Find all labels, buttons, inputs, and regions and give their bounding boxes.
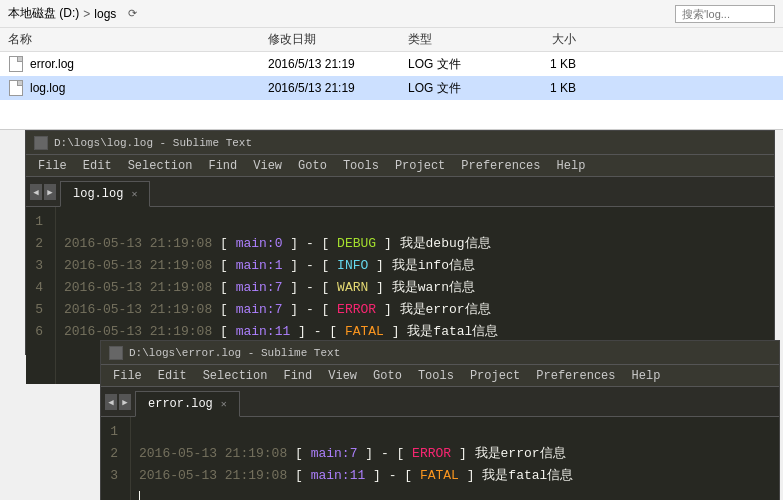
menubar-2: File Edit Selection Find View Goto Tools… [101, 365, 779, 387]
file-row-error[interactable]: error.log 2016/5/13 21:19 LOG 文件 1 KB [0, 52, 783, 76]
menu-edit-1[interactable]: Edit [75, 157, 120, 175]
tab-prev-2[interactable]: ◀ [105, 394, 117, 410]
menu-preferences-2[interactable]: Preferences [528, 367, 623, 385]
tab-bar-1: ◀ ▶ log.log ✕ [26, 177, 774, 207]
explorer-column-header: 名称 修改日期 类型 大小 [0, 28, 783, 52]
window-icon-1 [34, 136, 48, 150]
line-numbers-1: 1 2 3 4 5 6 [26, 207, 56, 384]
window-title-1: D:\logs\log.log - Sublime Text [54, 137, 252, 149]
sublime-window-1: D:\logs\log.log - Sublime Text File Edit… [25, 130, 775, 355]
code-lines-2[interactable]: 2016-05-13 21:19:08 [ main:7 ] - [ ERROR… [131, 417, 779, 500]
tab-close-1[interactable]: ✕ [131, 188, 137, 200]
file-explorer: 本地磁盘 (D:) > logs ⟳ 名称 修改日期 类型 大小 error.l… [0, 0, 783, 130]
file-icon-log [8, 80, 24, 96]
menu-find-1[interactable]: Find [200, 157, 245, 175]
tab-next-2[interactable]: ▶ [119, 394, 131, 410]
breadcrumb-sep: > [83, 7, 90, 21]
titlebar-1: D:\logs\log.log - Sublime Text [26, 131, 774, 155]
window-title-2: D:\logs\error.log - Sublime Text [129, 347, 340, 359]
menu-goto-2[interactable]: Goto [365, 367, 410, 385]
menu-project-2[interactable]: Project [462, 367, 528, 385]
breadcrumb: 本地磁盘 (D:) > logs ⟳ [0, 0, 783, 28]
titlebar-2: D:\logs\error.log - Sublime Text [101, 341, 779, 365]
menu-find-2[interactable]: Find [275, 367, 320, 385]
tab-errorlog[interactable]: error.log ✕ [135, 391, 240, 417]
col-header-size: 大小 [508, 31, 588, 48]
col-header-type: 类型 [408, 31, 508, 48]
tabs-container-2: error.log ✕ [101, 387, 779, 417]
file-size-log: 1 KB [508, 81, 588, 95]
line-numbers-2: 1 2 3 [101, 417, 131, 500]
refresh-icon[interactable]: ⟳ [128, 7, 137, 20]
col-header-date: 修改日期 [268, 31, 408, 48]
file-date-error: 2016/5/13 21:19 [268, 57, 408, 71]
menu-tools-1[interactable]: Tools [335, 157, 387, 175]
file-date-log: 2016/5/13 21:19 [268, 81, 408, 95]
editor-area-2[interactable]: 1 2 3 2016-05-13 21:19:08 [ main:7 ] - [… [101, 417, 779, 500]
menu-project-1[interactable]: Project [387, 157, 453, 175]
file-row-log[interactable]: log.log 2016/5/13 21:19 LOG 文件 1 KB [0, 76, 783, 100]
breadcrumb-part: 本地磁盘 (D:) [8, 5, 79, 22]
menu-selection-1[interactable]: Selection [120, 157, 201, 175]
menu-help-2[interactable]: Help [624, 367, 669, 385]
log-file-icon [9, 56, 23, 72]
tab-prev-1[interactable]: ◀ [30, 184, 42, 200]
code-content-2: 1 2 3 2016-05-13 21:19:08 [ main:7 ] - [… [101, 417, 779, 500]
menu-goto-1[interactable]: Goto [290, 157, 335, 175]
menu-selection-2[interactable]: Selection [195, 367, 276, 385]
menu-edit-2[interactable]: Edit [150, 367, 195, 385]
file-size-error: 1 KB [508, 57, 588, 71]
menu-view-1[interactable]: View [245, 157, 290, 175]
search-input[interactable] [675, 5, 775, 23]
log-file-icon-2 [9, 80, 23, 96]
window-icon-2 [109, 346, 123, 360]
menu-file-2[interactable]: File [105, 367, 150, 385]
tabs-container-1: log.log ✕ [26, 177, 774, 207]
menu-file-1[interactable]: File [30, 157, 75, 175]
sublime-window-2: D:\logs\error.log - Sublime Text File Ed… [100, 340, 780, 500]
menubar-1: File Edit Selection Find View Goto Tools… [26, 155, 774, 177]
tab-loglog[interactable]: log.log ✕ [60, 181, 150, 207]
tab-close-2[interactable]: ✕ [221, 398, 227, 410]
breadcrumb-part-logs: logs [94, 7, 116, 21]
file-type-log: LOG 文件 [408, 80, 508, 97]
file-name-error: error.log [8, 56, 268, 72]
file-type-error: LOG 文件 [408, 56, 508, 73]
menu-tools-2[interactable]: Tools [410, 367, 462, 385]
tab-bar-2: ◀ ▶ error.log ✕ [101, 387, 779, 417]
tab-scroll-arrows-1: ◀ ▶ [26, 177, 60, 207]
file-name-log: log.log [8, 80, 268, 96]
menu-view-2[interactable]: View [320, 367, 365, 385]
menu-help-1[interactable]: Help [549, 157, 594, 175]
col-header-name: 名称 [8, 31, 268, 48]
file-icon-error [8, 56, 24, 72]
menu-preferences-1[interactable]: Preferences [453, 157, 548, 175]
tab-next-1[interactable]: ▶ [44, 184, 56, 200]
tab-scroll-arrows-2: ◀ ▶ [101, 387, 135, 417]
